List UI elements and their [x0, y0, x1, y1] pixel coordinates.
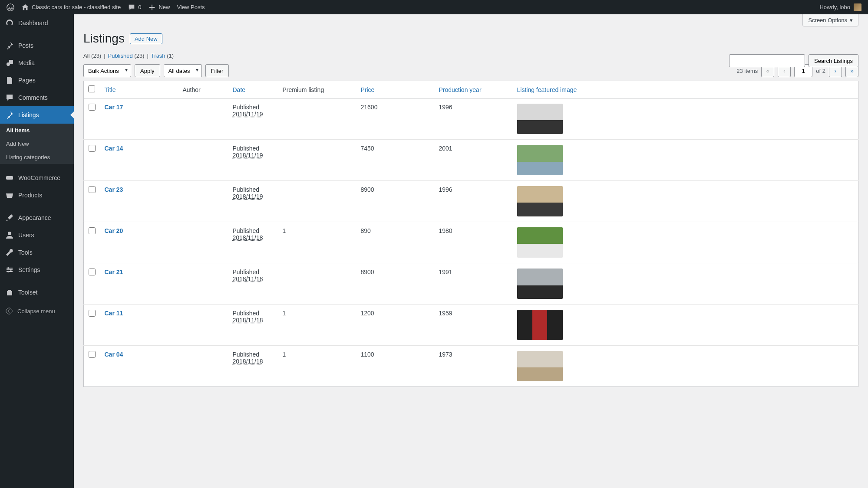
row-checkbox[interactable] [89, 186, 96, 193]
column-author[interactable]: Author [178, 81, 228, 98]
row-price: 8900 [356, 263, 435, 305]
row-thumbnail [517, 310, 563, 340]
toolset-icon [5, 288, 14, 297]
svg-point-13 [6, 308, 12, 314]
sidebar-item-comments[interactable]: Comments [0, 89, 74, 106]
sidebar-item-settings[interactable]: Settings [0, 261, 74, 278]
sidebar-item-label: WooCommerce [18, 174, 60, 181]
row-date: 2018/11/18 [233, 234, 263, 241]
filter-all-count: (23) [91, 52, 101, 59]
row-date: 2018/11/19 [233, 111, 263, 118]
svg-rect-3 [6, 176, 13, 180]
row-title-link[interactable]: Car 04 [105, 351, 123, 358]
site-title-link[interactable]: Classic cars for sale - classified site [21, 3, 121, 11]
row-thumbnail [517, 186, 563, 216]
sidebar-item-woocommerce[interactable]: WooCommerce [0, 169, 74, 187]
screen-options-button[interactable]: Screen Options▾ [802, 14, 858, 26]
woocommerce-icon [5, 174, 14, 182]
row-price: 7450 [356, 140, 435, 181]
filter-published[interactable]: Published [108, 52, 133, 59]
column-premium[interactable]: Premium listing [278, 81, 356, 98]
filter-all[interactable]: All [83, 52, 89, 59]
row-year: 1991 [435, 263, 513, 305]
sidebar-item-label: Listings [18, 111, 39, 118]
row-status: Published [233, 186, 260, 193]
sidebar-item-products[interactable]: Products [0, 187, 74, 204]
sidebar-item-label: Users [18, 232, 34, 239]
sidebar-item-label: Products [18, 192, 42, 199]
submenu-add-new[interactable]: Add New [0, 137, 74, 151]
row-status: Published [233, 310, 260, 317]
sidebar-item-dashboard[interactable]: Dashboard [0, 14, 74, 32]
row-checkbox[interactable] [89, 227, 96, 234]
sidebar-item-listings[interactable]: Listings [0, 106, 74, 124]
sidebar-item-label: Media [18, 59, 35, 66]
comments-link[interactable]: 0 [128, 3, 141, 11]
row-price: 8900 [356, 181, 435, 222]
filter-button[interactable]: Filter [205, 64, 229, 77]
dates-select[interactable]: All dates [164, 64, 202, 77]
row-premium [278, 98, 356, 140]
row-title-link[interactable]: Car 17 [105, 104, 123, 111]
new-label: New [158, 4, 170, 10]
column-year[interactable]: Production year [435, 81, 513, 98]
avatar[interactable] [854, 3, 861, 11]
view-posts-link[interactable]: View Posts [177, 4, 205, 10]
sidebar-item-media[interactable]: Media [0, 54, 74, 72]
select-all-checkbox[interactable] [88, 85, 95, 92]
sidebar-item-toolset[interactable]: Toolset [0, 284, 74, 301]
row-status: Published [233, 227, 260, 234]
wrench-icon [5, 248, 14, 257]
submenu-all-items[interactable]: All items [0, 124, 74, 137]
svg-rect-2 [9, 60, 13, 64]
apply-button[interactable]: Apply [135, 64, 160, 77]
row-title-link[interactable]: Car 14 [105, 145, 123, 152]
row-date: 2018/11/18 [233, 358, 263, 365]
row-title-link[interactable]: Car 21 [105, 269, 123, 275]
row-checkbox[interactable] [89, 310, 96, 317]
column-price[interactable]: Price [356, 81, 435, 98]
chevron-down-icon: ▾ [850, 17, 853, 23]
sidebar-item-appearance[interactable]: Appearance [0, 209, 74, 226]
comment-icon [128, 3, 135, 11]
svg-point-4 [8, 232, 11, 235]
collapse-menu[interactable]: Collapse menu [0, 303, 74, 319]
products-icon [5, 191, 14, 200]
filter-trash-count: (1) [167, 52, 174, 59]
column-image[interactable]: Listing featured image [513, 81, 858, 98]
column-title[interactable]: Title [100, 81, 178, 98]
row-premium [278, 263, 356, 305]
new-link[interactable]: New [148, 3, 170, 11]
sidebar-item-tools[interactable]: Tools [0, 244, 74, 261]
column-date[interactable]: Date [228, 81, 278, 98]
sidebar-item-pages[interactable]: Pages [0, 72, 74, 89]
row-checkbox[interactable] [89, 104, 96, 111]
filter-published-count: (23) [134, 52, 144, 59]
filter-trash[interactable]: Trash [151, 52, 165, 59]
row-title-link[interactable]: Car 23 [105, 186, 123, 193]
wp-logo-icon[interactable] [7, 3, 14, 11]
search-input[interactable] [729, 54, 805, 67]
row-title-link[interactable]: Car 20 [105, 227, 123, 234]
admin-sidebar: Dashboard Posts Media Pages Comments Lis… [0, 14, 74, 488]
bulk-actions-select[interactable]: Bulk Actions [83, 64, 131, 77]
howdy-text[interactable]: Howdy, lobo [819, 4, 850, 10]
sidebar-item-users[interactable]: Users [0, 226, 74, 244]
table-row: Car 14Published2018/11/1974502001 [84, 140, 858, 181]
search-button[interactable]: Search Listings [809, 54, 858, 67]
row-year: 1996 [435, 98, 513, 140]
submenu-listing-categories[interactable]: Listing categories [0, 151, 74, 164]
sidebar-item-posts[interactable]: Posts [0, 37, 74, 54]
brush-icon [5, 213, 14, 222]
row-checkbox[interactable] [89, 269, 96, 275]
row-status: Published [233, 351, 260, 358]
add-new-button[interactable]: Add New [130, 33, 162, 44]
pin-icon [5, 111, 14, 119]
sidebar-item-label: Posts [18, 42, 33, 49]
collapse-icon [5, 307, 13, 315]
row-checkbox[interactable] [89, 351, 96, 358]
row-title-link[interactable]: Car 11 [105, 310, 123, 317]
comment-icon [5, 93, 14, 102]
row-checkbox[interactable] [89, 145, 96, 152]
site-title: Classic cars for sale - classified site [32, 4, 121, 10]
